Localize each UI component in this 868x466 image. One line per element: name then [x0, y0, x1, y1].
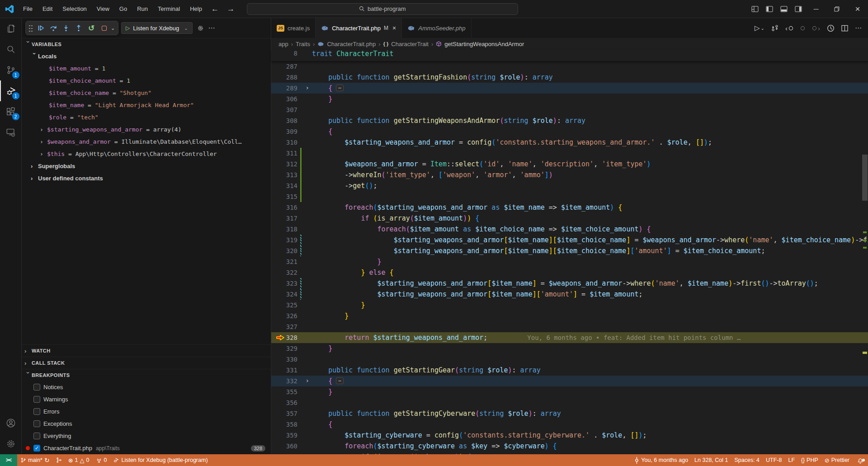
- code-line-331[interactable]: 331 public function getStartingGear(stri…: [271, 365, 868, 376]
- code-line-312[interactable]: 312 $weapons_and_armor = Item::select('i…: [271, 159, 868, 169]
- line-number[interactable]: 317: [271, 215, 297, 222]
- code-line-360[interactable]: 360 foreach($starting_cyberware as $key …: [271, 441, 868, 452]
- line-number[interactable]: 358: [271, 421, 297, 428]
- line-number[interactable]: 319: [271, 236, 297, 244]
- line-number[interactable]: 309: [271, 128, 297, 135]
- problems-status[interactable]: ⊗ 1 △ 0: [65, 454, 93, 466]
- breadcrumb-app[interactable]: app: [278, 41, 288, 47]
- line-number[interactable]: 355: [271, 388, 297, 395]
- code-line-289[interactable]: 289› {⋯: [271, 83, 868, 94]
- breakpoints-section-header[interactable]: › BREAKPOINTS: [22, 369, 271, 381]
- previous-change-icon[interactable]: ‹: [785, 24, 793, 32]
- menu-help[interactable]: Help: [185, 5, 207, 12]
- extensions-icon[interactable]: 2: [0, 101, 22, 122]
- breadcrumb[interactable]: app › Traits › CharacterTrait.php › { } …: [271, 38, 868, 50]
- step-over-button[interactable]: [47, 22, 59, 34]
- line-number[interactable]: 330: [271, 356, 297, 363]
- code-line-357[interactable]: 357 public function getStartingCyberware…: [271, 408, 868, 419]
- line-number[interactable]: 326: [271, 312, 297, 320]
- toolbar-chevron-icon[interactable]: ⌄: [111, 25, 116, 31]
- debug-session-status[interactable]: Listen for Xdebug (battle-program): [110, 454, 211, 466]
- scope-locals[interactable]: ›Locals: [22, 50, 271, 62]
- variable-row[interactable]: $item_amount = 1: [22, 62, 271, 75]
- fold-chevron-icon[interactable]: ›: [306, 377, 309, 384]
- line-number[interactable]: 311: [271, 150, 297, 157]
- line-number[interactable]: 315: [271, 193, 297, 200]
- search-view-icon[interactable]: [0, 39, 22, 60]
- encoding-status[interactable]: UTF-8: [763, 454, 785, 466]
- code-line-310[interactable]: 310 $starting_weapons_and_armor = config…: [271, 137, 868, 148]
- continue-button[interactable]: [35, 22, 47, 34]
- step-into-button[interactable]: [60, 22, 72, 34]
- code-line-355[interactable]: 355 }: [271, 386, 868, 397]
- git-graph-status[interactable]: [53, 454, 65, 466]
- scope-user-defined-constants[interactable]: ›User defined constants: [22, 172, 271, 184]
- menu-view[interactable]: View: [92, 5, 114, 12]
- code-line-326[interactable]: 326 }: [271, 311, 868, 321]
- views-more-icon[interactable]: ⋯: [208, 24, 215, 32]
- toggle-secondary-sidebar-icon[interactable]: [791, 5, 806, 13]
- breadcrumb-method-symbol[interactable]: getStartingWeaponsAndArmor: [444, 41, 524, 47]
- tab-charactertrait-php[interactable]: CharacterTrait.php M ×: [316, 18, 402, 38]
- line-number[interactable]: 306: [271, 95, 297, 103]
- line-number[interactable]: 312: [271, 160, 297, 168]
- line-number[interactable]: 288: [271, 74, 297, 81]
- code-line-322[interactable]: 322 } else {: [271, 267, 868, 278]
- variable-row[interactable]: $item_choice_name = "Shotgun": [22, 87, 271, 99]
- menu-selection[interactable]: Selection: [57, 5, 91, 12]
- formatter-status[interactable]: ⊘ Prettier: [821, 454, 853, 466]
- code-line-323[interactable]: 323 $starting_weapons_and_armor[$item_na…: [271, 278, 868, 289]
- settings-gear-icon[interactable]: [0, 433, 22, 454]
- code-line-319[interactable]: 319 $starting_weapons_and_armor[$item_na…: [271, 235, 868, 245]
- code-line-324[interactable]: 324 $starting_weapons_and_armor[$item_na…: [271, 289, 868, 300]
- line-number[interactable]: 307: [271, 106, 297, 113]
- code-line-287[interactable]: 287: [271, 61, 868, 72]
- code-line-330[interactable]: 330: [271, 354, 868, 365]
- fold-chevron-icon[interactable]: ›: [306, 84, 309, 91]
- variable-row[interactable]: ›$this = App\Http\Controllers\CharacterC…: [22, 148, 271, 160]
- explorer-icon[interactable]: [0, 18, 22, 39]
- indentation-status[interactable]: Spaces: 4: [731, 454, 763, 466]
- toolbar-drag-handle[interactable]: [28, 24, 33, 32]
- source-control-icon[interactable]: 1: [0, 60, 22, 80]
- breakpoint-file-row[interactable]: ✓CharacterTrait.phpapp\Traits328: [22, 442, 271, 454]
- line-number[interactable]: 331: [271, 367, 297, 374]
- customize-layout-icon[interactable]: [748, 5, 762, 13]
- line-number[interactable]: 313: [271, 171, 297, 179]
- accounts-icon[interactable]: [0, 413, 22, 433]
- breakpoint-option-warnings[interactable]: Warnings: [22, 393, 271, 405]
- code-line-321[interactable]: 321 }: [271, 256, 868, 267]
- line-number[interactable]: 321: [271, 258, 297, 265]
- variable-row[interactable]: $item_name = "Light Armorjack Head Armor…: [22, 99, 271, 111]
- line-number[interactable]: 357: [271, 410, 297, 417]
- line-number[interactable]: 308: [271, 117, 297, 124]
- line-number[interactable]: 318: [271, 226, 297, 233]
- breakpoint-option-everything[interactable]: Everything: [22, 430, 271, 442]
- watch-section-header[interactable]: › WATCH: [22, 344, 271, 357]
- code-line-307[interactable]: 307: [271, 104, 868, 115]
- toggle-sidebar-icon[interactable]: [762, 5, 777, 13]
- branch-status[interactable]: main* ↻: [17, 454, 53, 466]
- code-line-288[interactable]: 288 public function getStartingFashion(s…: [271, 72, 868, 83]
- code-line-325[interactable]: 325 }: [271, 300, 868, 311]
- breakpoint-option-errors[interactable]: Errors: [22, 405, 271, 418]
- line-number[interactable]: 314: [271, 182, 297, 189]
- blame-status[interactable]: You, 6 months ago: [631, 454, 691, 466]
- step-out-button[interactable]: [73, 22, 85, 34]
- remote-explorer-icon[interactable]: [0, 122, 22, 143]
- line-number[interactable]: 356: [271, 399, 297, 406]
- nav-back-icon[interactable]: ←: [207, 5, 223, 14]
- line-number[interactable]: 359: [271, 432, 297, 439]
- close-window-button[interactable]: ×: [847, 0, 868, 18]
- folded-code-ellipsis[interactable]: ⋯: [336, 85, 344, 91]
- code-line-314[interactable]: 314 ->get();: [271, 180, 868, 191]
- tab-create-js[interactable]: JS create.js: [271, 18, 316, 38]
- eol-status[interactable]: LF: [785, 454, 798, 466]
- call-stack-section-header[interactable]: › CALL STACK: [22, 357, 271, 369]
- tab-ammoseeder-php[interactable]: AmmoSeeder.php: [402, 18, 471, 38]
- timeline-history-icon[interactable]: [827, 24, 835, 32]
- toggle-panel-icon[interactable]: [777, 5, 791, 13]
- current-change-icon[interactable]: [800, 26, 805, 31]
- scrollbar-thumb[interactable]: [862, 155, 868, 201]
- code-line-327[interactable]: 327: [271, 321, 868, 332]
